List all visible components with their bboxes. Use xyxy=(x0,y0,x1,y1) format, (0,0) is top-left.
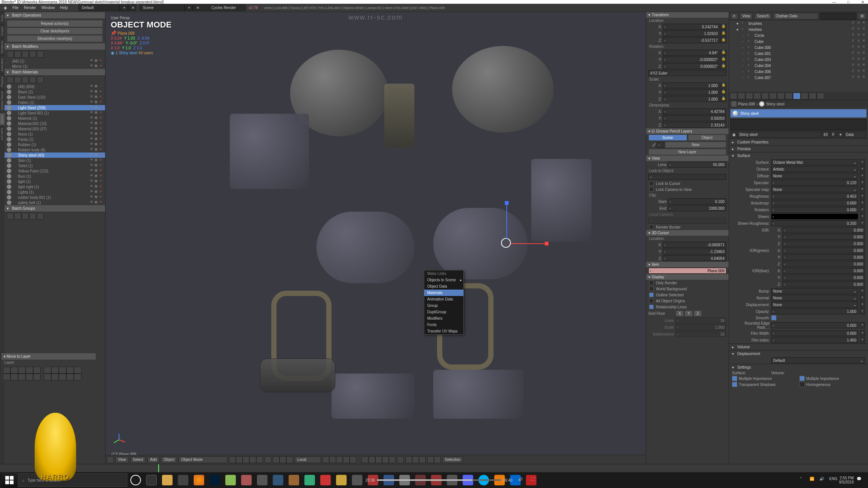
tray-lang-icon[interactable]: ENG xyxy=(829,477,836,483)
manip-rot[interactable] xyxy=(280,456,286,463)
layer-5[interactable] xyxy=(350,456,356,463)
sel-icon[interactable]: ▦ xyxy=(94,100,98,105)
app-icon-3[interactable] xyxy=(255,473,270,488)
gp-object-button[interactable]: Object xyxy=(688,134,727,141)
prop-constraint-icon[interactable] xyxy=(769,93,777,99)
dim-x-field[interactable]: 4.42784 xyxy=(663,108,726,114)
outliner-row[interactable]: ·▫Cube.006F0✕ xyxy=(729,69,868,75)
layer-8[interactable] xyxy=(375,456,382,463)
mi-surface-check[interactable] xyxy=(732,376,737,381)
material-row[interactable]: light (1)👁▦✕ xyxy=(5,179,105,184)
clip-start-field[interactable]: 0.100 xyxy=(668,198,726,204)
lock-cursor-check[interactable]: Lock to Cursor xyxy=(646,180,729,186)
x-icon[interactable]: ✕ xyxy=(861,33,866,38)
outliner-row[interactable]: ·▫CircleF0✕ xyxy=(729,32,868,38)
mods-icon-1[interactable] xyxy=(7,51,14,58)
material-row[interactable]: Yellow Paint (123)👁▦✕ xyxy=(5,168,105,174)
prop-node-icon[interactable]: • xyxy=(860,295,865,301)
remove-icon[interactable]: ✕ xyxy=(98,90,103,94)
vis-icon[interactable]: 👁 xyxy=(89,185,94,189)
lens-field[interactable]: 55.000 xyxy=(668,162,726,168)
material-row[interactable]: Material.003 (37)👁▦✕ xyxy=(5,126,105,131)
mats-icon-5[interactable] xyxy=(37,76,44,83)
expand-icon[interactable]: · xyxy=(743,46,746,50)
clip-end-field[interactable]: 1000.000 xyxy=(668,205,726,211)
layer-button[interactable] xyxy=(3,367,11,374)
settings-header[interactable]: ▾Settings xyxy=(729,364,868,371)
material-row[interactable]: Rubber (1)👁▦✕ xyxy=(5,142,105,147)
prop-field[interactable]: 0.000 xyxy=(782,234,865,240)
more-icon[interactable]: ⋯ xyxy=(98,84,103,89)
prop-world-icon[interactable] xyxy=(753,93,761,99)
material-fake-user[interactable]: F xyxy=(830,131,836,138)
fake-user-icon[interactable]: F xyxy=(851,57,856,62)
sel-icon[interactable]: ▦ xyxy=(94,195,98,200)
users-icon[interactable]: 0 xyxy=(856,63,861,68)
menu-render[interactable]: Render xyxy=(21,5,38,11)
loc-y-field[interactable]: 1.02933 xyxy=(663,30,720,37)
tray-show-hidden-icon[interactable]: ˄ xyxy=(800,477,807,483)
expand-icon[interactable]: · xyxy=(743,34,746,38)
app-icon-1[interactable] xyxy=(223,473,238,488)
move-layer-header[interactable]: ▾ Move to Layer xyxy=(2,353,96,360)
rot-x-field[interactable]: 4.94° xyxy=(663,50,720,56)
mods-icon-4[interactable] xyxy=(29,51,36,58)
tab-batch[interactable]: Batch xyxy=(0,113,5,125)
prop-field[interactable]: 0.000 xyxy=(782,254,865,260)
outliner-search-field[interactable] xyxy=(820,13,856,20)
layer-button[interactable] xyxy=(44,367,51,374)
shade-wire[interactable] xyxy=(229,456,236,463)
expand-icon[interactable]: · xyxy=(743,40,746,44)
groups-icon-5[interactable] xyxy=(37,213,44,220)
prop-field[interactable]: 0.000 xyxy=(782,268,865,274)
fake-user-icon[interactable]: F xyxy=(851,21,856,26)
ctxmenu-item[interactable]: Fonts xyxy=(424,322,463,328)
layer-button[interactable] xyxy=(66,374,74,380)
custom-props-header[interactable]: ▸Custom Properties xyxy=(729,139,868,145)
material-browse-icon[interactable]: ◉ xyxy=(730,131,737,138)
layer-button[interactable] xyxy=(74,367,81,374)
vp-add-menu[interactable]: Add xyxy=(147,456,159,463)
rel-lines-check[interactable]: Relationship Lines xyxy=(646,304,729,310)
prop-physics-icon[interactable] xyxy=(817,93,824,99)
daz-icon[interactable] xyxy=(334,473,349,488)
ctxmenu-item[interactable]: Group xyxy=(424,302,463,309)
remove-icon[interactable]: ✕ xyxy=(98,179,103,184)
prop-data-icon[interactable] xyxy=(785,93,793,99)
prop-node-icon[interactable]: • xyxy=(860,166,865,172)
tab-physics[interactable]: Physics xyxy=(0,74,5,89)
prop-1[interactable] xyxy=(427,456,434,463)
trans-shadows-check[interactable] xyxy=(732,382,737,387)
layer-2[interactable] xyxy=(329,456,336,463)
prop-node-icon[interactable]: • xyxy=(860,330,865,336)
scl-z-field[interactable]: 1.000 xyxy=(663,96,720,102)
prop-field[interactable]: 0.000 xyxy=(771,322,858,328)
prop-field[interactable]: 0.000 xyxy=(782,261,865,267)
material-row[interactable]: floor (1)👁▦✕ xyxy=(5,174,105,179)
vis-icon[interactable]: 👁 xyxy=(89,84,94,89)
tray-network-icon[interactable]: 📶 xyxy=(810,477,816,483)
fake-user-icon[interactable]: F xyxy=(851,63,856,68)
scene-dropdown[interactable]: Scene xyxy=(139,5,185,11)
3d-viewport[interactable]: www.rr-sc.com User Persp OBJECT MODE 📌 P… xyxy=(105,12,646,464)
prop-field[interactable]: 0.000 xyxy=(771,207,858,213)
batch-operations-header[interactable]: ▾Batch Operations xyxy=(5,12,105,19)
fake-user-icon[interactable]: F xyxy=(851,39,856,44)
vis-icon[interactable]: 👁 xyxy=(89,132,94,136)
tab-relations[interactable]: Relations xyxy=(0,38,5,55)
batch-groups-header[interactable]: ▾Batch Groups xyxy=(5,205,105,212)
x-icon[interactable]: ✕ xyxy=(861,51,866,56)
cursor-panel-header[interactable]: ▾ 3D Cursor xyxy=(646,230,729,236)
app-icon-5[interactable] xyxy=(286,473,301,488)
material-row[interactable]: Material.002 (10)👁▦✕ xyxy=(5,121,105,126)
prop-field[interactable]: 1.450 xyxy=(771,337,858,343)
users-icon[interactable]: 0 xyxy=(856,69,861,74)
lock-object-field[interactable]: ▫ xyxy=(648,174,726,180)
ctxmenu-item[interactable]: Modifiers xyxy=(424,315,463,322)
mods-icon-3[interactable] xyxy=(22,51,29,58)
prop-node-icon[interactable]: • xyxy=(860,173,865,179)
layer-button[interactable] xyxy=(3,374,11,380)
rot-z-field[interactable]: 0.000002° xyxy=(663,63,720,69)
firefox-icon[interactable] xyxy=(191,473,206,488)
vis-icon[interactable]: 👁 xyxy=(89,179,94,184)
